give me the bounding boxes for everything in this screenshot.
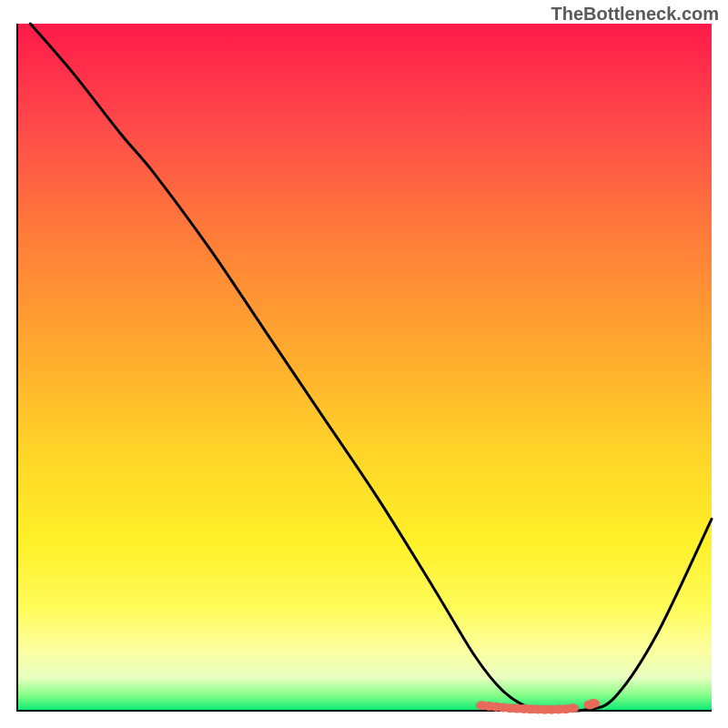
marker-dot	[587, 699, 600, 708]
chart-container	[16, 24, 712, 712]
chart-svg	[16, 24, 712, 712]
marker-dot	[566, 703, 579, 713]
watermark-text: TheBottleneck.com	[551, 4, 719, 25]
bottleneck-curve-line	[30, 24, 712, 711]
optimal-range-markers	[476, 699, 600, 714]
